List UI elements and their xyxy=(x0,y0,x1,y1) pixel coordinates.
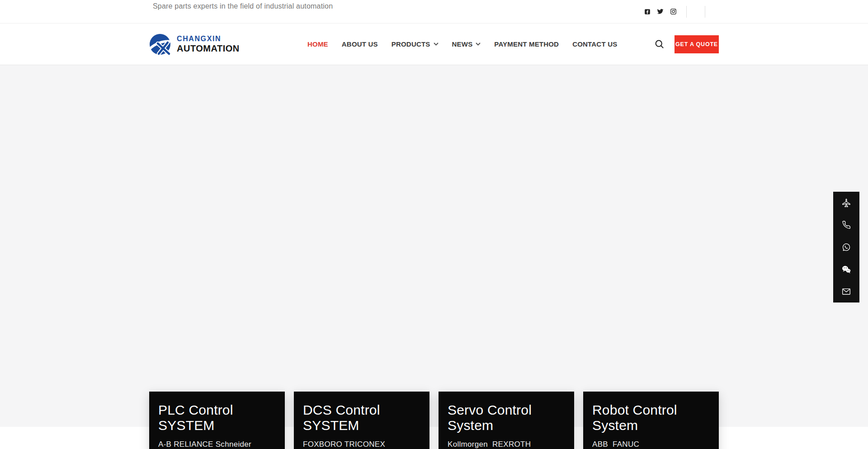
card-plc-control-system[interactable]: PLC Control SYSTEM A-B RELIANCE Schneide… xyxy=(149,392,285,449)
twitter-link[interactable] xyxy=(657,8,664,15)
card-subtitle: Kollmorgen REXROTH xyxy=(448,440,565,449)
card-subtitle: ABB FANUC xyxy=(592,440,710,449)
nav-about-us[interactable]: ABOUT US xyxy=(342,40,378,48)
instagram-icon xyxy=(670,8,677,15)
instagram-link[interactable] xyxy=(670,8,677,15)
hero-slider xyxy=(0,65,868,427)
site-tagline: Spare parts experts in the field of indu… xyxy=(153,2,333,10)
facebook-icon xyxy=(644,9,651,15)
topbar-divider xyxy=(705,6,705,18)
card-subtitle: FOXBORO TRICONEX EMERSON ABB xyxy=(303,440,420,449)
phone-button[interactable] xyxy=(833,214,859,236)
topbar-divider xyxy=(686,6,687,18)
nav-contact-us[interactable]: CONTACT US xyxy=(572,40,617,48)
card-title: DCS Control SYSTEM xyxy=(303,402,420,433)
card-title: Servo Control System xyxy=(448,402,565,433)
nav-news[interactable]: NEWS xyxy=(452,40,481,48)
card-subtitle: A-B RELIANCE Schneider XYCOM xyxy=(158,440,276,449)
card-servo-control-system[interactable]: Servo Control System Kollmorgen REXROTH xyxy=(439,392,574,449)
search-icon xyxy=(655,40,664,48)
airplane-icon xyxy=(841,198,851,208)
search-button[interactable] xyxy=(654,39,665,49)
twitter-icon xyxy=(657,8,664,15)
wechat-button[interactable] xyxy=(833,258,859,280)
get-a-quote-button[interactable]: GET A QUOTE xyxy=(675,35,719,53)
category-cards: PLC Control SYSTEM A-B RELIANCE Schneide… xyxy=(149,392,719,449)
phone-icon xyxy=(842,220,851,230)
email-icon xyxy=(841,287,851,297)
card-robot-control-system[interactable]: Robot Control System ABB FANUC xyxy=(583,392,719,449)
main-header: CHANGXIN AUTOMATION HOME ABOUT US PRODUC… xyxy=(0,24,868,65)
nav-home[interactable]: HOME xyxy=(307,40,328,48)
telegram-button[interactable] xyxy=(833,192,859,214)
card-dcs-control-system[interactable]: DCS Control SYSTEM FOXBORO TRICONEX EMER… xyxy=(294,392,429,449)
facebook-link[interactable] xyxy=(644,9,651,15)
logo-mark-icon xyxy=(149,33,173,56)
logo[interactable]: CHANGXIN AUTOMATION xyxy=(149,33,240,56)
nav-payment-method[interactable]: PAYMENT METHOD xyxy=(494,40,559,48)
nav-products[interactable]: PRODUCTS xyxy=(392,40,439,48)
main-nav: HOME ABOUT US PRODUCTS NEWS PAYMENT METH… xyxy=(307,24,617,65)
email-button[interactable] xyxy=(833,280,859,302)
whatsapp-button[interactable] xyxy=(833,236,859,258)
card-title: Robot Control System xyxy=(592,402,710,433)
social-links xyxy=(644,8,677,15)
chevron-down-icon xyxy=(434,43,439,46)
logo-text: CHANGXIN AUTOMATION xyxy=(177,35,240,53)
logo-line2: AUTOMATION xyxy=(177,44,240,53)
topbar-right xyxy=(644,0,719,23)
whatsapp-icon xyxy=(841,242,851,252)
floating-contact-bar xyxy=(833,192,859,302)
topbar: Spare parts experts in the field of indu… xyxy=(0,0,868,24)
chevron-down-icon xyxy=(476,43,481,46)
card-title: PLC Control SYSTEM xyxy=(158,402,276,433)
logo-line1: CHANGXIN xyxy=(177,35,240,43)
header-right: GET A QUOTE xyxy=(654,24,719,65)
wechat-icon xyxy=(841,264,852,275)
